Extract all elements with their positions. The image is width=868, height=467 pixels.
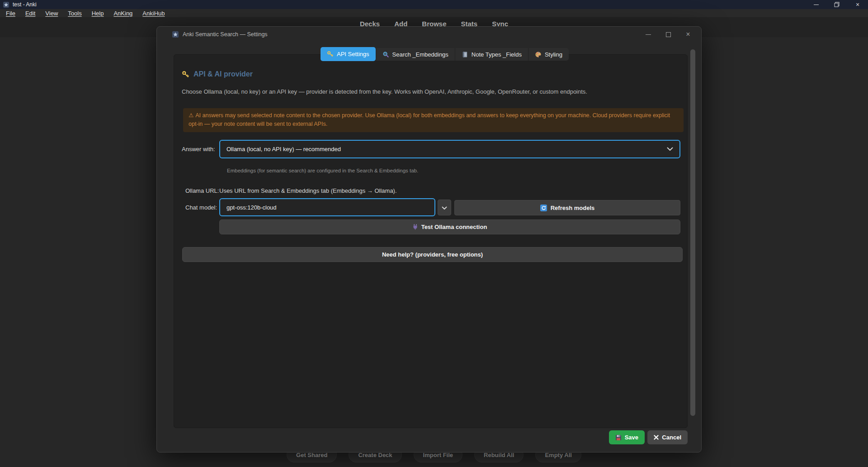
- screen: test - Anki × File Edit View Tools Help …: [0, 0, 868, 467]
- dialog-minimize-icon[interactable]: [642, 29, 655, 40]
- cancel-label: Cancel: [662, 434, 681, 441]
- floppy-disk-icon: [615, 434, 622, 441]
- tab-label: API Settings: [337, 51, 369, 57]
- test-ollama-connection-label: Test Ollama connection: [421, 224, 487, 230]
- palette-icon: [535, 51, 542, 58]
- need-help-label: Need help? (providers, free options): [382, 251, 483, 258]
- chevron-down-icon: [667, 147, 673, 151]
- ollama-url-label: Ollama URL:: [185, 187, 219, 194]
- section-description: Choose Ollama (local, no key) or an API …: [182, 88, 679, 95]
- menu-view[interactable]: View: [41, 10, 62, 17]
- chat-model-dropdown-button[interactable]: [438, 200, 451, 215]
- key-icon: [327, 51, 334, 57]
- main-window-title: test - Anki: [13, 1, 37, 8]
- answer-with-select[interactable]: Ollama (local, no API key) — recommended: [219, 140, 680, 158]
- dialog-tabbar: API Settings Search _Embeddings Note Typ…: [321, 47, 569, 61]
- tab-label: Search _Embeddings: [392, 51, 448, 58]
- tab-label: Note Types _Fields: [472, 51, 522, 58]
- refresh-models-button[interactable]: Refresh models: [454, 200, 680, 215]
- warning-icon: ⚠: [189, 112, 193, 119]
- menu-anking[interactable]: AnKing: [109, 10, 137, 17]
- dialog-titlebar: Anki Semantic Search — Settings ×: [157, 27, 701, 42]
- menu-file[interactable]: File: [2, 10, 19, 17]
- refresh-icon: [540, 205, 547, 211]
- close-icon[interactable]: ×: [847, 0, 868, 9]
- dialog-scrollbar-track: [690, 49, 695, 417]
- menu-help[interactable]: Help: [88, 10, 108, 17]
- cancel-button[interactable]: Cancel: [647, 430, 688, 444]
- chat-model-label: Chat model:: [185, 204, 217, 211]
- answer-with-value: Ollama (local, no API key) — recommended: [226, 146, 341, 152]
- menubar: File Edit View Tools Help AnKing AnkiHub: [0, 9, 868, 17]
- dialog-close-icon[interactable]: ×: [681, 29, 695, 40]
- tab-api-settings[interactable]: API Settings: [321, 47, 376, 61]
- menu-tools[interactable]: Tools: [64, 10, 85, 17]
- embeddings-note: Embeddings (for semantic search) are con…: [227, 168, 418, 173]
- main-window-controls: ×: [806, 0, 868, 9]
- refresh-models-label: Refresh models: [551, 205, 595, 211]
- answer-with-label: Answer with:: [182, 146, 215, 152]
- tab-styling[interactable]: Styling: [528, 48, 569, 61]
- chevron-down-icon: [442, 204, 447, 212]
- warning-text: AI answers may send selected note conten…: [189, 112, 670, 127]
- plug-icon: [413, 224, 418, 230]
- save-label: Save: [625, 434, 638, 441]
- section-heading: API & AI provider: [182, 70, 253, 78]
- anki-app-icon: [3, 2, 9, 8]
- save-button[interactable]: Save: [609, 430, 645, 444]
- restore-icon[interactable]: [826, 0, 847, 9]
- search-icon: [382, 51, 389, 58]
- ollama-url-value: Uses URL from Search & Embeddings tab (E…: [219, 187, 397, 194]
- tab-label: Styling: [545, 51, 562, 58]
- menu-ankihub[interactable]: AnkiHub: [138, 10, 169, 17]
- minimize-icon[interactable]: [806, 0, 826, 9]
- section-heading-text: API & AI provider: [193, 70, 253, 78]
- x-icon: [654, 435, 659, 440]
- chat-model-input[interactable]: [220, 204, 434, 211]
- need-help-button[interactable]: Need help? (providers, free options): [182, 247, 683, 262]
- dialog-scrollbar-thumb[interactable]: [690, 49, 695, 416]
- dialog-title: Anki Semantic Search — Settings: [183, 31, 268, 38]
- chat-model-field-wrap: [219, 198, 435, 216]
- tab-note-types-fields[interactable]: Note Types _Fields: [455, 48, 528, 61]
- dialog-maximize-icon[interactable]: [661, 29, 675, 40]
- notebook-icon: [462, 51, 468, 58]
- test-ollama-connection-button[interactable]: Test Ollama connection: [219, 219, 680, 234]
- key-icon: [182, 71, 189, 78]
- menu-edit[interactable]: Edit: [21, 10, 39, 17]
- tab-search-embeddings[interactable]: Search _Embeddings: [376, 48, 455, 61]
- warning-banner: ⚠AI answers may send selected note conte…: [183, 108, 684, 132]
- dialog-controls: ×: [642, 27, 695, 42]
- dialog-anki-icon: [172, 31, 179, 38]
- settings-panel: API & AI provider Choose Ollama (local, …: [174, 54, 688, 428]
- settings-dialog: Anki Semantic Search — Settings × API Se…: [156, 26, 702, 453]
- main-titlebar: test - Anki ×: [0, 0, 868, 9]
